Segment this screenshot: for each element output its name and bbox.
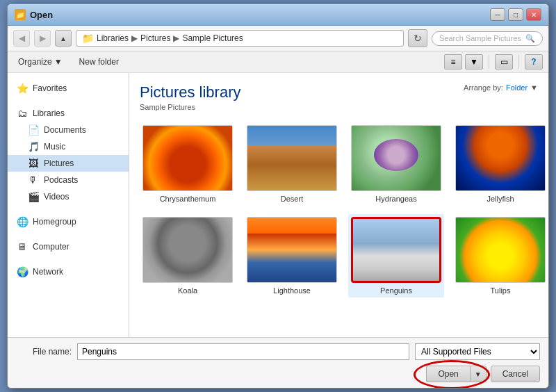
arrange-chevron: ▼ — [530, 83, 538, 92]
sidebar-section-computer: 🖥 Computer — [8, 237, 129, 256]
computer-icon: 🖥 — [16, 241, 28, 252]
thumbnail-koala[interactable]: Koala — [140, 214, 236, 297]
sidebar-libraries-label: Libraries — [33, 108, 65, 118]
documents-icon: 📄 — [27, 124, 40, 136]
sidebar-item-podcasts[interactable]: 🎙 Podcasts — [8, 172, 129, 188]
path-part-1: Libraries — [97, 33, 129, 43]
sidebar-homegroup-label: Homegroup — [33, 217, 76, 227]
favorites-icon: ⭐ — [16, 83, 28, 94]
view-list-button[interactable]: ≡ — [444, 54, 462, 70]
sidebar-divider-2 — [8, 206, 129, 212]
open-button[interactable]: Open — [426, 366, 469, 382]
action-row: Open ▼ Cancel — [16, 366, 540, 382]
sidebar-item-pictures[interactable]: 🖼 Pictures — [8, 155, 129, 172]
sidebar-item-favorites[interactable]: ⭐ Favorites — [8, 80, 129, 97]
toolbar-separator — [489, 55, 489, 69]
close-button[interactable]: ✕ — [526, 8, 541, 21]
thumbnail-chrysanthemum[interactable]: Chrysanthemum — [140, 122, 236, 206]
thumbnail-lighthouse-label: Lighthouse — [273, 286, 311, 295]
thumbnail-jellyfish-label: Jellyfish — [486, 195, 514, 203]
sidebar-computer-label: Computer — [33, 242, 70, 252]
new-folder-button[interactable]: New folder — [74, 54, 124, 70]
open-dropdown-button[interactable]: ▼ — [470, 366, 486, 382]
thumbnail-hydrangeas-label: Hydrangeas — [375, 195, 416, 203]
sidebar-item-documents[interactable]: 📄 Documents — [8, 122, 129, 138]
search-icon: 🔍 — [525, 34, 535, 43]
sidebar-pictures-label: Pictures — [44, 158, 74, 168]
sidebar-item-homegroup[interactable]: 🌐 Homegroup — [8, 213, 129, 230]
arrange-by: Arrange by: Folder ▼ — [464, 83, 538, 92]
sidebar-divider-1 — [8, 98, 129, 104]
sidebar-item-computer[interactable]: 🖥 Computer — [8, 238, 129, 255]
filename-input[interactable] — [77, 343, 409, 360]
back-button[interactable]: ◀ — [13, 30, 30, 47]
filename-label: File name: — [16, 347, 72, 357]
sidebar-podcasts-label: Podcasts — [44, 175, 78, 185]
sidebar-section-homegroup: 🌐 Homegroup — [8, 212, 129, 231]
forward-button[interactable]: ▶ — [34, 30, 51, 47]
arrange-by-label: Arrange by: — [464, 83, 503, 92]
thumbnail-desert-img — [247, 125, 337, 191]
thumbnail-hydrangeas[interactable]: Hydrangeas — [348, 122, 444, 206]
content-header: Pictures library Sample Pictures Arrange… — [140, 83, 538, 111]
toolbar-right: ≡ ▼ ▭ ? — [444, 54, 543, 70]
cancel-button[interactable]: Cancel — [491, 366, 540, 382]
path-part-2: Pictures — [140, 33, 170, 43]
thumbnail-tulips[interactable]: Tulips — [452, 214, 548, 297]
thumbnail-lighthouse-img — [247, 217, 337, 283]
thumbnail-desert-label: Desert — [281, 195, 303, 203]
path-sep-2: ▶ — [173, 33, 179, 43]
sidebar-item-libraries[interactable]: 🗂 Libraries — [8, 105, 129, 122]
thumbnail-koala-img — [142, 217, 233, 283]
sidebar-documents-label: Documents — [44, 125, 86, 135]
organize-chevron: ▼ — [54, 57, 63, 67]
sidebar: ⭐ Favorites 🗂 Libraries 📄 Documents 🎵 Mu… — [8, 73, 129, 337]
sidebar-videos-label: Videos — [44, 192, 69, 202]
thumbnail-penguins-label: Penguins — [380, 286, 412, 295]
thumbnail-jellyfish[interactable]: Jellyfish — [452, 122, 548, 206]
organize-button[interactable]: Organize ▼ — [13, 54, 67, 70]
refresh-button[interactable]: ↻ — [408, 29, 427, 47]
minimize-button[interactable]: ─ — [490, 8, 505, 21]
open-button-group: Open ▼ — [426, 366, 486, 382]
sidebar-section-favorites: ⭐ Favorites — [8, 79, 129, 98]
sidebar-item-music[interactable]: 🎵 Music — [8, 138, 129, 155]
sidebar-item-videos[interactable]: 🎬 Videos — [8, 188, 129, 205]
main-content: ⭐ Favorites 🗂 Libraries 📄 Documents 🎵 Mu… — [8, 73, 548, 337]
filetype-select[interactable]: All Supported Files — [415, 343, 540, 360]
organize-label: Organize — [18, 57, 52, 67]
address-bar: ◀ ▶ ▲ 📁 Libraries ▶ Pictures ▶ Sample Pi… — [8, 26, 548, 51]
preview-button[interactable]: ▭ — [495, 54, 513, 70]
podcasts-icon: 🎙 — [27, 174, 40, 186]
arrange-by-value[interactable]: Folder — [506, 83, 528, 92]
new-folder-label: New folder — [79, 57, 119, 67]
path-part-3: Sample Pictures — [182, 33, 243, 43]
view-dropdown-button[interactable]: ▼ — [465, 54, 483, 70]
thumbnail-penguins[interactable]: Penguins — [348, 214, 444, 297]
thumbnail-desert[interactable]: Desert — [244, 122, 340, 206]
sidebar-section-network: 🌍 Network — [8, 262, 129, 281]
thumbnail-lighthouse[interactable]: Lighthouse — [244, 214, 340, 297]
music-icon: 🎵 — [27, 141, 40, 152]
sidebar-item-network[interactable]: 🌍 Network — [8, 263, 129, 280]
bottom-bar: File name: All Supported Files Open ▼ Ca… — [8, 337, 548, 388]
up-button[interactable]: ▲ — [55, 30, 72, 47]
libraries-icon: 🗂 — [16, 108, 28, 119]
thumbnail-chrysanthemum-label: Chrysanthemum — [160, 195, 216, 203]
address-path[interactable]: 📁 Libraries ▶ Pictures ▶ Sample Pictures — [76, 30, 404, 47]
sidebar-favorites-label: Favorites — [33, 83, 67, 93]
dialog-icon: 📁 — [15, 9, 26, 20]
path-folder-icon: 📁 — [82, 33, 94, 44]
help-button[interactable]: ? — [525, 54, 543, 70]
thumbnails-grid: Chrysanthemum Desert Hydrangeas Jellyfis… — [140, 122, 538, 297]
title-controls: ─ □ ✕ — [490, 8, 541, 21]
search-box[interactable]: Search Sample Pictures 🔍 — [432, 31, 543, 46]
sidebar-divider-4 — [8, 256, 129, 262]
title-bar-left: 📁 Open — [15, 9, 53, 20]
sidebar-section-libraries: 🗂 Libraries 📄 Documents 🎵 Music 🖼 Pictur… — [8, 104, 129, 206]
pictures-icon: 🖼 — [27, 158, 40, 169]
maximize-button[interactable]: □ — [508, 8, 523, 21]
toolbar-separator-2 — [518, 55, 519, 69]
title-bar: 📁 Open ─ □ ✕ — [8, 4, 548, 26]
thumbnail-tulips-label: Tulips — [491, 286, 511, 295]
